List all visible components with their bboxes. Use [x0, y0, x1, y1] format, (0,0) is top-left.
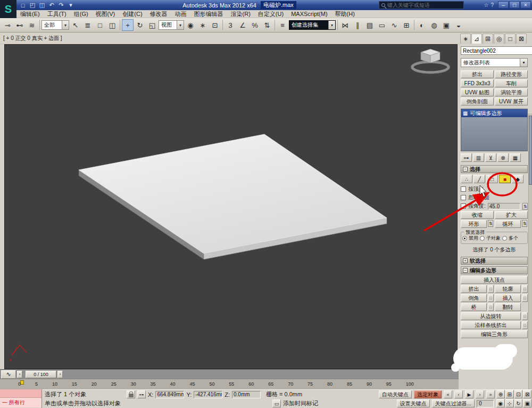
tab-modify-icon[interactable]: ⊿: [471, 34, 482, 44]
menu-item[interactable]: 工具(T): [44, 10, 70, 18]
field-of-view-icon[interactable]: ◉: [496, 399, 505, 407]
align-icon[interactable]: ∥: [352, 19, 363, 31]
go-to-start-icon[interactable]: «: [444, 390, 452, 398]
modifier-set-button[interactable]: 倒角剖面: [461, 97, 494, 105]
render-setup-icon[interactable]: ◍: [428, 19, 440, 31]
radio-subobject[interactable]: [480, 236, 485, 241]
flip-button[interactable]: 翻转: [495, 303, 521, 311]
window-crossing-icon[interactable]: ◫: [106, 19, 118, 31]
modifier-set-button[interactable]: FFD 3x3x3: [461, 79, 494, 87]
minimize-button[interactable]: –: [498, 1, 509, 9]
make-unique-icon[interactable]: ⊻: [485, 153, 496, 162]
tab-motion-icon[interactable]: ◎: [494, 34, 504, 44]
menu-item[interactable]: 组(G): [70, 10, 92, 18]
polygon-subobject-icon[interactable]: ■: [499, 175, 511, 183]
zoom-icon[interactable]: ⊕: [496, 390, 505, 398]
z-coordinate-field[interactable]: 0.0mm: [232, 391, 261, 398]
element-subobject-icon[interactable]: ◆: [512, 175, 523, 183]
macro-recorder-line[interactable]: [0, 389, 41, 398]
menu-item[interactable]: 帮助(H): [331, 10, 359, 18]
mirror-icon[interactable]: ⋈: [339, 19, 351, 31]
maximize-button[interactable]: □: [509, 1, 520, 9]
save-file-icon[interactable]: ◫: [38, 2, 46, 9]
configure-modifier-sets-icon[interactable]: ▦: [510, 153, 521, 162]
menu-item[interactable]: 修改器: [146, 10, 171, 18]
bridge-button[interactable]: 桥: [461, 303, 487, 311]
render-production-icon[interactable]: ◒: [453, 19, 464, 31]
bevel-button[interactable]: 倒角: [461, 294, 487, 302]
extrude-button[interactable]: 挤出: [461, 285, 487, 293]
inset-button[interactable]: 插入: [495, 294, 521, 302]
set-key-button[interactable]: 设置关键点: [397, 399, 430, 407]
tab-hierarchy-icon[interactable]: ⊞: [483, 34, 493, 44]
y-coordinate-field[interactable]: -427.416mm: [194, 391, 222, 398]
hinge-from-edge-button[interactable]: 从边旋转: [461, 312, 521, 320]
loop-button[interactable]: 循环: [495, 220, 521, 228]
schematic-view-icon[interactable]: ⊞: [401, 19, 412, 31]
pin-stack-icon[interactable]: ⊶: [461, 153, 472, 162]
reference-coordinate-dropdown[interactable]: 视图 ▾: [159, 20, 184, 30]
viewport-label[interactable]: [ + 0 正交 0 真实 + 边面 ]: [3, 35, 62, 42]
layer-manager-icon[interactable]: ▤: [364, 19, 376, 31]
angle-value-field[interactable]: 45.0: [488, 203, 520, 210]
new-file-icon[interactable]: □: [19, 2, 27, 9]
play-icon[interactable]: ▶: [465, 390, 473, 398]
previous-frame-icon[interactable]: ‹: [454, 390, 463, 398]
bridge-settings-button[interactable]: □: [488, 303, 494, 311]
selected-object-key-button[interactable]: 选定对象: [414, 390, 442, 398]
border-subobject-icon[interactable]: □: [486, 175, 498, 183]
tab-display-icon[interactable]: □: [505, 34, 516, 44]
select-and-move-icon[interactable]: +: [122, 19, 134, 31]
x-coordinate-field[interactable]: 664.849mm: [155, 391, 184, 398]
by-angle-checkbox[interactable]: 按角度: 45.0 ⇅: [461, 202, 528, 210]
rollout-edit-polygons-header[interactable]: − 编辑多边形: [461, 266, 528, 274]
menu-item[interactable]: 渲染(R): [227, 10, 254, 18]
rollout-selection-header[interactable]: − 选择: [461, 165, 528, 173]
use-pivot-center-icon[interactable]: ◉: [185, 19, 196, 31]
extrude-settings-button[interactable]: □: [488, 285, 494, 293]
zoom-all-icon[interactable]: ⊞: [505, 390, 514, 398]
menu-item[interactable]: 创建(C): [119, 10, 146, 18]
command-panel-scrollbar[interactable]: [528, 113, 532, 389]
mini-curve-editor-icon[interactable]: ∿: [1, 370, 16, 379]
ring-button[interactable]: 环形: [461, 220, 487, 228]
edit-triangulation-button[interactable]: 编辑三角形: [461, 330, 528, 338]
rendered-frame-icon[interactable]: ▣: [440, 19, 452, 31]
edge-subobject-icon[interactable]: ╱: [473, 175, 485, 183]
hinge-settings-button[interactable]: □: [522, 312, 528, 320]
auto-key-button[interactable]: 自动关键点: [379, 390, 412, 398]
modifier-set-button[interactable]: 挤出: [461, 70, 494, 78]
radio-multiple[interactable]: [502, 236, 507, 241]
select-and-scale-icon[interactable]: ◱: [146, 19, 158, 31]
time-slider-handle[interactable]: 0 / 100: [26, 371, 56, 378]
modifier-list-dropdown[interactable]: 修改器列表 ▾: [461, 58, 528, 67]
close-button[interactable]: ×: [520, 1, 531, 9]
named-selection-sets-icon[interactable]: ≡: [277, 19, 288, 31]
bind-to-space-warp-icon[interactable]: ≋: [26, 19, 38, 31]
next-frame-arrow-icon[interactable]: ›: [57, 371, 63, 378]
select-by-name-icon[interactable]: ≣: [82, 19, 94, 31]
menu-item[interactable]: 编辑(E): [16, 10, 44, 18]
orbit-icon[interactable]: ↻: [514, 399, 523, 407]
insert-vertex-button[interactable]: 插入顶点: [461, 276, 528, 284]
select-and-manipulate-icon[interactable]: ∗: [197, 19, 209, 31]
modifier-set-button[interactable]: 涡轮平滑: [495, 88, 528, 96]
track-bar[interactable]: 0510152025303540455055606570758085909510…: [0, 379, 459, 389]
modifier-set-button[interactable]: 路径变形: [495, 70, 528, 78]
menu-item[interactable]: 视图(V): [92, 10, 119, 18]
select-object-icon[interactable]: ↖: [70, 19, 81, 31]
object-name-field[interactable]: [461, 46, 532, 55]
spinner-snap-icon[interactable]: ⇅: [261, 19, 273, 31]
chevron-down-icon[interactable]: ▾: [67, 2, 74, 9]
maxscript-mini-listener[interactable]: 一 所有行: [0, 389, 42, 408]
absolute-offset-mode-icon[interactable]: ⊶: [137, 390, 146, 398]
modifier-set-button[interactable]: 车削: [495, 79, 528, 87]
vertex-subobject-icon[interactable]: ∴: [461, 175, 472, 183]
help-icon[interactable]: ?: [491, 2, 494, 8]
grow-button[interactable]: 扩大: [495, 211, 528, 219]
app-logo[interactable]: S: [0, 0, 16, 18]
menu-item[interactable]: 自定义(U): [254, 10, 287, 18]
selection-filter-dropdown[interactable]: 全部 ▾: [41, 20, 69, 30]
ignore-backfacing-checkbox[interactable]: 忽略背面: [461, 194, 528, 201]
redo-icon[interactable]: ↷: [57, 2, 65, 9]
